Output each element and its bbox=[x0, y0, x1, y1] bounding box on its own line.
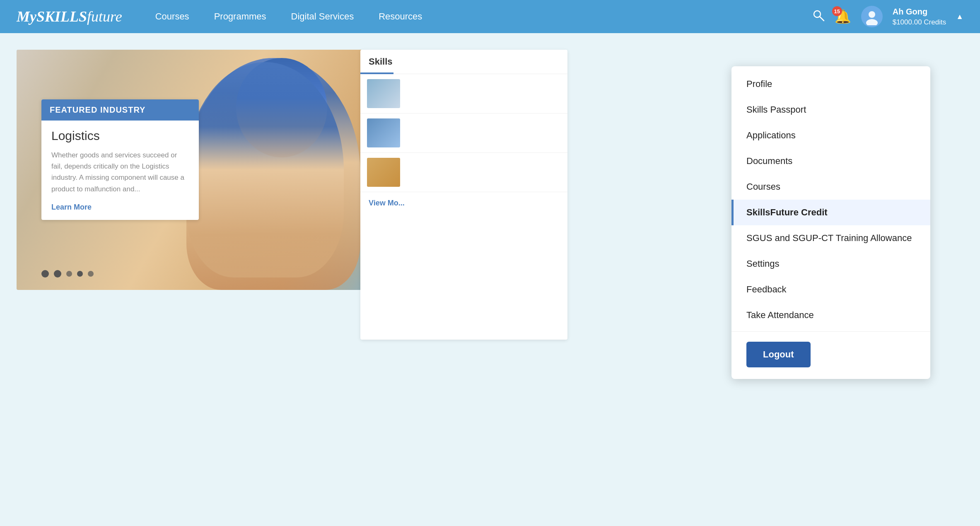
user-credits: $1000.00 Credits bbox=[893, 17, 946, 27]
nav-resources[interactable]: Resources bbox=[379, 11, 422, 22]
dropdown-item-courses[interactable]: Courses bbox=[731, 174, 930, 200]
featured-body: Logistics Whether goods and services suc… bbox=[41, 121, 199, 220]
dropdown-item-sgus[interactable]: SGUS and SGUP-CT Training Allowance bbox=[731, 225, 930, 251]
featured-industry-label: FEATURED INDUSTRY bbox=[50, 105, 145, 114]
nav-digital-services[interactable]: Digital Services bbox=[291, 11, 354, 22]
skill-thumbnail-1 bbox=[367, 79, 400, 108]
dropdown-item-documents[interactable]: Documents bbox=[731, 148, 930, 174]
carousel-dot-5[interactable] bbox=[88, 271, 94, 277]
main-nav: Courses Programmes Digital Services Reso… bbox=[155, 11, 812, 22]
skill-item-3[interactable] bbox=[360, 153, 567, 192]
notification-badge: 15 bbox=[832, 6, 842, 16]
view-more-link[interactable]: View Mo... bbox=[360, 192, 567, 214]
featured-industry-card: FEATURED INDUSTRY Logistics Whether good… bbox=[41, 99, 199, 220]
user-info: Ah Gong $1000.00 Credits bbox=[893, 6, 946, 27]
dropdown-item-skillsfuture-credit[interactable]: SkillsFuture Credit bbox=[731, 200, 930, 225]
settings-label: Settings bbox=[746, 258, 780, 269]
dropdown-item-settings[interactable]: Settings bbox=[731, 251, 930, 277]
featured-header: FEATURED INDUSTRY bbox=[41, 99, 199, 121]
svg-point-2 bbox=[869, 11, 875, 18]
skill-item-1[interactable] bbox=[360, 74, 567, 113]
logo-skills: SKILLS bbox=[36, 8, 87, 25]
dropdown-item-applications[interactable]: Applications bbox=[731, 123, 930, 148]
carousel-dot-3[interactable] bbox=[66, 271, 72, 277]
skills-passport-label: Skills Passport bbox=[746, 104, 806, 115]
carousel-dot-1[interactable] bbox=[41, 270, 49, 277]
user-name: Ah Gong bbox=[893, 6, 946, 17]
profile-label: Profile bbox=[746, 79, 772, 89]
skill-thumbnail-3 bbox=[367, 158, 400, 187]
main-content: FEATURED INDUSTRY Logistics Whether good… bbox=[0, 33, 980, 526]
skills-panel: Skills View Mo... bbox=[360, 50, 567, 340]
dropdown-divider bbox=[731, 331, 930, 332]
dropdown-item-skills-passport[interactable]: Skills Passport bbox=[731, 97, 930, 123]
applications-label: Applications bbox=[746, 130, 796, 141]
svg-point-3 bbox=[866, 19, 878, 25]
courses-label: Courses bbox=[746, 181, 780, 192]
carousel-dot-4[interactable] bbox=[77, 271, 83, 277]
nav-courses[interactable]: Courses bbox=[155, 11, 189, 22]
header-right: 🔔 15 Ah Gong $1000.00 Credits ▲ bbox=[812, 6, 963, 27]
carousel-dot-2[interactable] bbox=[54, 270, 61, 277]
logo: MySKILLSfuture bbox=[17, 8, 122, 25]
dropdown-menu: Profile Skills Passport Applications Doc… bbox=[731, 66, 930, 379]
skill-thumbnail-2 bbox=[367, 118, 400, 147]
search-icon[interactable] bbox=[812, 9, 825, 24]
logo-my: My bbox=[17, 8, 36, 25]
header: MySKILLSfuture Courses Programmes Digita… bbox=[0, 0, 980, 33]
featured-description: Whether goods and services succeed or fa… bbox=[51, 150, 189, 195]
dropdown-item-profile[interactable]: Profile bbox=[731, 71, 930, 97]
hero-section: FEATURED INDUSTRY Logistics Whether good… bbox=[17, 50, 377, 290]
feedback-label: Feedback bbox=[746, 284, 787, 295]
skills-panel-header: Skills bbox=[360, 50, 567, 74]
nav-programmes[interactable]: Programmes bbox=[214, 11, 266, 22]
sgus-label: SGUS and SGUP-CT Training Allowance bbox=[746, 233, 912, 244]
dropdown-item-feedback[interactable]: Feedback bbox=[731, 277, 930, 302]
svg-line-1 bbox=[820, 17, 824, 21]
learn-more-link[interactable]: Learn More bbox=[51, 203, 92, 211]
carousel-dots bbox=[41, 270, 94, 277]
logo-future: future bbox=[87, 8, 122, 25]
skillsfuture-credit-label: SkillsFuture Credit bbox=[746, 207, 828, 218]
notification-bell[interactable]: 🔔 15 bbox=[835, 9, 851, 24]
dropdown-item-take-attendance[interactable]: Take Attendance bbox=[731, 302, 930, 328]
avatar[interactable] bbox=[861, 6, 883, 27]
featured-title: Logistics bbox=[51, 129, 189, 143]
skill-item-2[interactable] bbox=[360, 113, 567, 153]
logout-button[interactable]: Logout bbox=[746, 342, 811, 367]
take-attendance-label: Take Attendance bbox=[746, 310, 814, 321]
documents-label: Documents bbox=[746, 156, 792, 166]
dropdown-arrow-icon[interactable]: ▲ bbox=[956, 12, 963, 21]
